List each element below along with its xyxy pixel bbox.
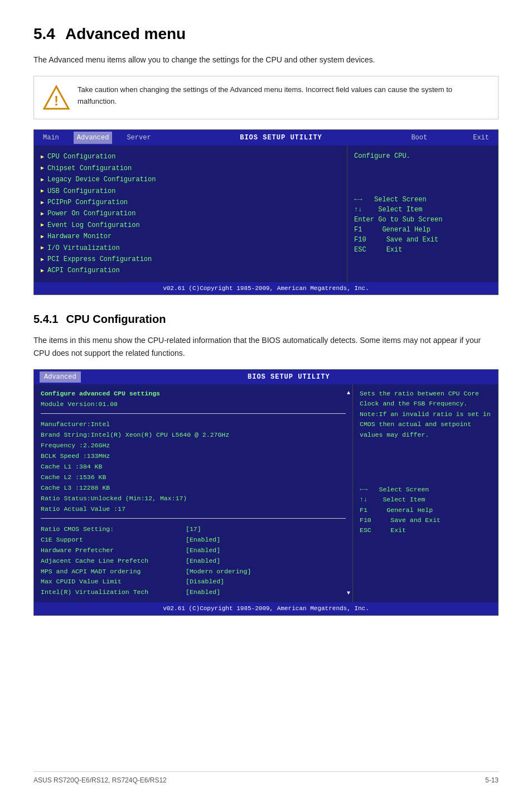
- warning-box: ! Take caution when changing the setting…: [33, 76, 499, 119]
- list-item[interactable]: ▶ Legacy Device Configuration: [41, 174, 340, 185]
- key-help-item: F10 Save and Exit: [360, 515, 491, 525]
- cache-l1: Cache L1 :384 KB: [41, 462, 346, 472]
- bclk-speed: BCLK Speed :133MHz: [41, 451, 346, 462]
- scroll-up-icon: ▲: [347, 389, 350, 398]
- arrow-icon: ▶: [41, 198, 44, 207]
- key-help-item: ←→ Select Screen: [360, 485, 491, 495]
- table-row: Hardware Prefetcher [Enabled]: [41, 545, 346, 556]
- key-help-item: F1 General Help: [360, 505, 491, 515]
- bios-footer-2: v02.61 (C)Copyright 1985-2009, American …: [34, 602, 498, 615]
- bios-cpu-info: ▲ Configure advanced CPU settings Module…: [34, 384, 353, 602]
- footer-right: 5-13: [485, 775, 499, 785]
- bios-topbar-2: Advanced BIOS SETUP UTILITY: [34, 370, 498, 384]
- manufacturer: Manufacturer:Intel: [41, 419, 346, 430]
- arrow-icon: ▶: [41, 266, 44, 276]
- module-version: Module Version:01.08: [41, 399, 346, 410]
- cache-l3: Cache L3 :12288 KB: [41, 483, 346, 494]
- bios-tab-advanced[interactable]: Advanced: [40, 371, 81, 383]
- table-row: Adjacent Cache Line Prefetch [Enabled]: [41, 556, 346, 567]
- arrow-icon: ▶: [41, 232, 44, 241]
- key-help-item: ←→ Select Screen: [354, 195, 491, 205]
- sub-section-description: The items in this menu show the CPU-rela…: [33, 334, 499, 359]
- brand-string: Brand String:Intel(R) Xeon(R) CPU L5640 …: [41, 430, 346, 441]
- frequency: Frequency :2.26GHz: [41, 441, 346, 451]
- bios-screen-2: Advanced BIOS SETUP UTILITY ▲ Configure …: [33, 369, 499, 616]
- arrow-icon: ▶: [41, 255, 44, 264]
- bios-menu-list: ▶ CPU Configuration ▶ Chipset Configurat…: [34, 146, 347, 282]
- bios-help-panel-2: Sets the ratio between CPU Core Clock an…: [353, 384, 498, 602]
- list-item[interactable]: ▶ PCI Exppress Configuration: [41, 254, 340, 265]
- table-row: Ratio CMOS Setting: [17]: [41, 524, 346, 535]
- bios-screen-1: Main Advanced Server BIOS SETUP UTILITY …: [33, 129, 499, 295]
- key-help-item: ESC Exit: [354, 245, 491, 255]
- list-item[interactable]: ▶ Power On Configuration: [41, 208, 340, 219]
- ratio-actual: Ratio Actual Value :17: [41, 504, 346, 515]
- table-row: C1E Support [Enabled]: [41, 535, 346, 545]
- section-title: Advanced menu: [65, 25, 186, 42]
- sub-section-number: 5.4.1: [33, 313, 58, 325]
- bios-title-1: BIOS SETUP UTILITY: [166, 133, 397, 143]
- arrow-icon: ▶: [41, 163, 44, 173]
- arrow-icon: ▶: [41, 186, 44, 196]
- bios-menu-exit[interactable]: Exit: [470, 132, 492, 144]
- bios-title-2: BIOS SETUP UTILITY: [85, 372, 492, 382]
- list-item[interactable]: ▶ ACPI Configuration: [41, 265, 340, 276]
- arrow-icon: ▶: [41, 220, 44, 230]
- section-number: 5.4: [33, 25, 55, 42]
- page-footer: ASUS RS720Q-E6/RS12, RS724Q-E6/RS12 5-13: [33, 771, 499, 785]
- cache-l2: Cache L2 :1536 KB: [41, 472, 346, 483]
- key-help-item: ↑↓ Select Item: [360, 495, 491, 505]
- key-help-item: ESC Exit: [360, 525, 491, 535]
- key-help-item: F1 General Help: [354, 225, 491, 235]
- bios-key-help: ←→ Select Screen ↑↓ Select Item Enter Go…: [354, 195, 491, 255]
- table-row: Intel(R) Virtualization Tech [Enabled]: [41, 587, 346, 598]
- bios-footer-1: v02.61 (C)Copyright 1985-2009, American …: [34, 282, 498, 295]
- arrow-icon: ▶: [41, 152, 44, 162]
- warning-icon: !: [43, 84, 70, 111]
- warning-text: Take caution when changing the settings …: [78, 84, 489, 108]
- bios-menu-boot[interactable]: Boot: [408, 132, 431, 144]
- table-row: Max CPUID Value Limit [Disabled]: [41, 577, 346, 587]
- bios-menu-main[interactable]: Main: [40, 132, 62, 144]
- bios-help-text-2: Sets the ratio between CPU Core Clock an…: [360, 389, 491, 440]
- footer-left: ASUS RS720Q-E6/RS12, RS724Q-E6/RS12: [33, 775, 167, 785]
- bios-menubar-1: Main Advanced Server BIOS SETUP UTILITY …: [34, 130, 498, 146]
- bios-content-1: ▶ CPU Configuration ▶ Chipset Configurat…: [34, 146, 498, 282]
- ratio-status: Ratio Status:Unlocked (Min:12, Max:17): [41, 494, 346, 504]
- list-item[interactable]: ▶ USB Configuration: [41, 186, 340, 197]
- bios-menu-advanced[interactable]: Advanced: [74, 132, 113, 144]
- table-row: MPS and ACPI MADT ordering [Modern order…: [41, 567, 346, 577]
- bios-content-2: ▲ Configure advanced CPU settings Module…: [34, 384, 498, 602]
- section-description: The Advanced menu items allow you to cha…: [33, 54, 499, 66]
- key-help-item: ↑↓ Select Item: [354, 205, 491, 215]
- list-item[interactable]: ▶ Chipset Configuration: [41, 163, 340, 174]
- sub-section-title: CPU Configuration: [66, 313, 166, 325]
- scroll-down-icon: ▼: [347, 589, 350, 598]
- bios-help-text: Configure CPU.: [354, 151, 491, 161]
- sub-section-heading: 5.4.1CPU Configuration: [33, 311, 499, 327]
- list-item[interactable]: ▶ Hardware Monitor: [41, 231, 340, 242]
- svg-text:!: !: [54, 93, 59, 108]
- section-heading: 5.4Advanced menu: [33, 22, 499, 46]
- bios-menu-server[interactable]: Server: [123, 132, 154, 144]
- list-item[interactable]: ▶ Event Log Configuration: [41, 220, 340, 231]
- key-help-item: F10 Save and Exit: [354, 235, 491, 245]
- bios-key-help-2: ←→ Select Screen ↑↓ Select Item F1 Gener…: [360, 485, 491, 536]
- arrow-icon: ▶: [41, 209, 44, 219]
- arrow-icon: ▶: [41, 175, 44, 185]
- list-item[interactable]: ▶ I/O Virtualization: [41, 243, 340, 254]
- bios-help-panel-1: Configure CPU. ←→ Select Screen ↑↓ Selec…: [347, 146, 498, 282]
- arrow-icon: ▶: [41, 243, 44, 253]
- list-item[interactable]: ▶ CPU Configuration: [41, 151, 340, 162]
- list-item[interactable]: ▶ PCIPnP Configuration: [41, 197, 340, 208]
- cpu-config-title: Configure advanced CPU settings: [41, 389, 346, 399]
- key-help-item: Enter Go to Sub Screen: [354, 215, 491, 225]
